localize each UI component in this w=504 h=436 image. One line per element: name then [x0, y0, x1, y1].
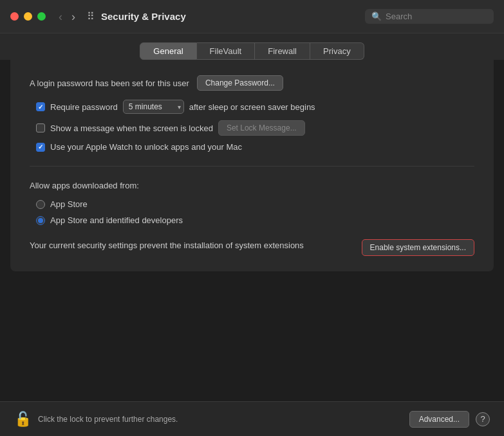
bottom-bar: 🔓 Click the lock to prevent further chan…	[0, 401, 504, 436]
require-password-checkbox[interactable]	[36, 102, 45, 111]
section-divider	[30, 166, 474, 167]
apple-watch-checkbox[interactable]	[36, 143, 45, 152]
window-title: Security & Privacy	[101, 11, 365, 22]
grid-icon: ⠿	[87, 10, 95, 23]
traffic-lights	[10, 12, 46, 21]
tab-firewall[interactable]: Firewall	[255, 42, 310, 60]
radio-app-store-identified-label: App Store and identified developers	[50, 215, 183, 225]
advanced-button[interactable]: Advanced...	[409, 411, 469, 428]
allow-apps-title: Allow apps downloaded from:	[30, 181, 474, 190]
apple-watch-label: Use your Apple Watch to unlock apps and …	[50, 142, 242, 152]
search-box[interactable]: 🔍	[365, 9, 494, 24]
apple-watch-row: Use your Apple Watch to unlock apps and …	[36, 142, 474, 152]
radio-app-store[interactable]	[36, 200, 45, 209]
zoom-button[interactable]	[37, 12, 46, 21]
radio-app-store-identified-row[interactable]: App Store and identified developers	[36, 215, 474, 225]
radio-app-store-label: App Store	[50, 199, 88, 209]
radio-list: App Store App Store and identified devel…	[36, 199, 474, 225]
radio-app-store-row[interactable]: App Store	[36, 199, 474, 209]
lock-text: Click the lock to prevent further change…	[38, 415, 409, 424]
require-password-label: Require password	[50, 102, 118, 112]
titlebar: ‹ › ⠿ Security & Privacy 🔍	[0, 0, 504, 33]
show-message-checkbox[interactable]	[36, 123, 45, 132]
set-lock-message-button[interactable]: Set Lock Message...	[218, 120, 305, 136]
extensions-row: Your current security settings prevent t…	[30, 239, 474, 256]
close-button[interactable]	[10, 12, 19, 21]
radio-app-store-identified[interactable]	[36, 216, 45, 225]
content-area: A login password has been set for this u…	[10, 60, 494, 271]
options-list: Require password immediately 1 minute 5 …	[36, 100, 474, 152]
allow-apps-section: Allow apps downloaded from: App Store Ap…	[30, 181, 474, 225]
extensions-text: Your current security settings prevent t…	[30, 239, 351, 252]
enable-extensions-button[interactable]: Enable system extensions...	[362, 239, 474, 256]
search-input[interactable]	[386, 12, 487, 21]
nav-buttons: ‹ ›	[56, 10, 78, 24]
tab-general[interactable]: General	[140, 42, 196, 60]
lock-icon[interactable]: 🔓	[14, 411, 32, 428]
require-password-suffix: after sleep or screen saver begins	[189, 102, 315, 112]
show-message-label: Show a message when the screen is locked	[50, 123, 213, 133]
login-password-row: A login password has been set for this u…	[30, 75, 474, 91]
search-icon: 🔍	[371, 12, 382, 21]
change-password-button[interactable]: Change Password...	[197, 75, 283, 91]
back-button[interactable]: ‹	[56, 10, 65, 24]
login-password-text: A login password has been set for this u…	[30, 78, 189, 88]
show-message-row: Show a message when the screen is locked…	[36, 120, 474, 136]
tab-filevault[interactable]: FileVault	[197, 42, 256, 60]
require-password-row: Require password immediately 1 minute 5 …	[36, 100, 474, 114]
tab-bar: General FileVault Firewall Privacy	[0, 33, 504, 60]
require-password-dropdown[interactable]: immediately 1 minute 5 minutes 15 minute…	[123, 100, 184, 114]
require-password-dropdown-wrapper[interactable]: immediately 1 minute 5 minutes 15 minute…	[123, 100, 184, 114]
minimize-button[interactable]	[24, 12, 32, 21]
main-area: General FileVault Firewall Privacy A log…	[0, 33, 504, 306]
forward-button[interactable]: ›	[69, 10, 78, 24]
help-button[interactable]: ?	[476, 412, 490, 426]
tab-privacy[interactable]: Privacy	[310, 42, 364, 60]
